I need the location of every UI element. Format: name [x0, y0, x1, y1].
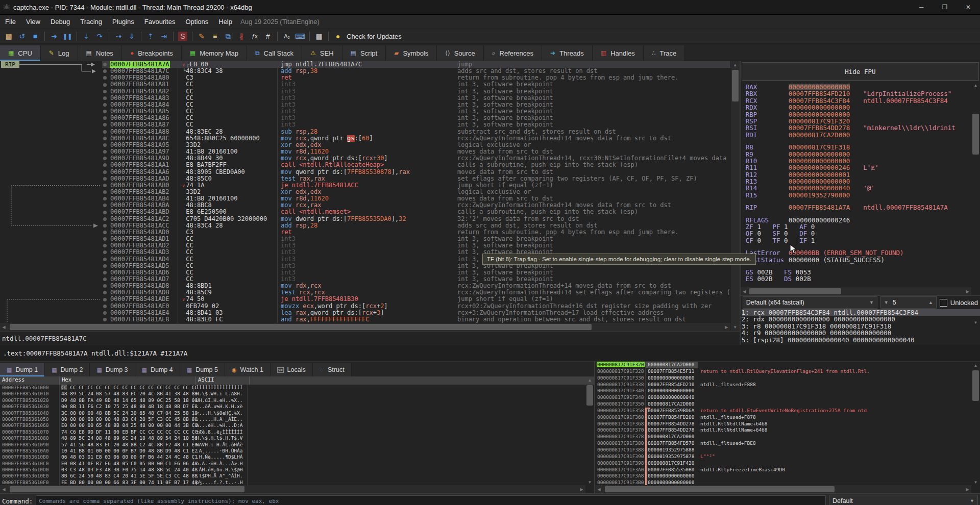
- patches-icon[interactable]: ✎: [195, 30, 208, 42]
- scroll-left-icon[interactable]: ◀: [0, 485, 8, 493]
- breakpoint-dot[interactable]: [103, 197, 107, 200]
- dump-row[interactable]: 00007FFB8536109057 41 56 4883 EC 20 488B…: [0, 442, 594, 448]
- stack-row[interactable]: 000000817C91F3480000000000000040: [595, 394, 980, 401]
- stack-row[interactable]: 000000817C91F3B00000000000000000: [595, 479, 980, 485]
- dump-row[interactable]: 00007FFB853610F0FE BD 80 0000 00 66 833F…: [0, 479, 594, 485]
- register-row-rbx[interactable]: RBX00007FFB854FD210"LdrpInitializeProces…: [746, 90, 980, 97]
- breakpoint-dot[interactable]: [103, 130, 107, 134]
- scroll-right-icon[interactable]: ▶: [964, 287, 971, 295]
- stack-row[interactable]: 000000817C91F37000007FFB854DD278ntdll.Rt…: [595, 427, 980, 434]
- step-out-icon[interactable]: ⇡: [144, 30, 157, 42]
- breakpoint-dot[interactable]: [103, 298, 107, 301]
- scroll-right-icon[interactable]: ▶: [723, 323, 730, 331]
- stack-icon[interactable]: ⧉: [222, 30, 234, 42]
- exec-till-return-icon[interactable]: ⇥: [158, 30, 170, 42]
- disasm-row[interactable]: 00007FFB85481AE4 48:8D41 03lea rax,qword…: [0, 310, 730, 316]
- tab-dump-5[interactable]: ▦Dump 5: [180, 363, 225, 376]
- stack-row[interactable]: 000000817C91F398000000817C91F420: [595, 460, 980, 467]
- stack-row[interactable]: 000000817C91F3400000000000000000: [595, 388, 980, 394]
- breakpoint-dot[interactable]: [103, 224, 107, 228]
- registers-hscrollbar[interactable]: ◀ ▶: [741, 287, 971, 295]
- disasm-row[interactable]: 00007FFB85481A81 CCint3int 3, software b…: [0, 81, 730, 88]
- registers-pane[interactable]: Hide FPU RAX0000000000000000RBX00007FFB8…: [741, 61, 980, 345]
- close-icon[interactable]: ■: [29, 30, 41, 42]
- registers-vscrollbar[interactable]: ▲ ▼: [971, 82, 980, 326]
- font-icon[interactable]: A₂: [281, 30, 293, 42]
- dump-row[interactable]: 00007FFB8536105000 00 00 0000 00 48 83C4…: [0, 416, 594, 422]
- disassembly-vscrollbar[interactable]: ▲ ▼: [731, 61, 740, 331]
- disasm-row[interactable]: 00007FFB85481AA1 E8 BA7BF2FFcall <ntdll.…: [0, 162, 730, 168]
- stack-row[interactable]: 000000817C91F320000000817CA2D000: [595, 362, 980, 368]
- argument-row[interactable]: 5: [rsp+28] 0000000000000040 00000000000…: [742, 337, 980, 343]
- disasm-address[interactable]: 00007FFB85481AD4: [102, 256, 178, 263]
- memory-icon[interactable]: ▦: [313, 30, 325, 42]
- breakpoint-dot[interactable]: [103, 170, 107, 174]
- menu-item-file[interactable]: File: [0, 15, 21, 29]
- disasm-row[interactable]: 00007FFB85481AE0 0FB749 02movzx ecx,word…: [0, 303, 730, 310]
- graph-icon[interactable]: ∦: [235, 30, 248, 42]
- menu-item-view[interactable]: View: [21, 15, 45, 29]
- disasm-row[interactable]: 00007FFB85481A7A∨┌EB 00jmp ntdll.7FFB854…: [0, 61, 730, 68]
- disasm-row[interactable]: 00007FFB85481AB0∨74 1Aje ntdll.7FFB85481…: [0, 182, 730, 189]
- disasm-address[interactable]: 00007FFB85481ADE: [102, 296, 178, 302]
- breakpoint-dot[interactable]: [103, 76, 107, 80]
- register-row-r12[interactable]: R120000000000000001: [746, 171, 980, 178]
- disasm-address[interactable]: 00007FFB85481AB0: [102, 182, 178, 189]
- checkbox-icon[interactable]: [940, 299, 947, 307]
- dump-row[interactable]: 00007FFB853610E08B 6C 24 5048 83 C4 2041…: [0, 473, 594, 479]
- disasm-address[interactable]: 00007FFB85481AC2: [102, 216, 178, 222]
- stack-row[interactable]: 000000817C91F350000000817CA2D000: [595, 401, 980, 408]
- breakpoint-dot[interactable]: [103, 211, 107, 214]
- disasm-address[interactable]: 00007FFB85481A87: [102, 121, 178, 128]
- stack-row[interactable]: 000000817C91F378000000817CA2D000: [595, 434, 980, 440]
- tab-source[interactable]: ⟨⟩Source: [437, 45, 484, 61]
- disasm-address[interactable]: 00007FFB85481AD3: [102, 249, 178, 256]
- update-bulb-icon[interactable]: ●: [332, 30, 344, 42]
- tab-struct[interactable]: ⁘Struct: [313, 363, 352, 376]
- breakpoint-dot[interactable]: [103, 163, 107, 167]
- register-row-rsp[interactable]: RSP000000817C91F320: [746, 118, 980, 124]
- breakpoint-dot[interactable]: [103, 311, 107, 315]
- argument-row[interactable]: 2: rdx 0000000000000000 0000000000000000: [742, 316, 980, 322]
- disasm-address[interactable]: 00007FFB85481A8C: [102, 135, 178, 142]
- step-into-source-icon[interactable]: ⇓: [126, 30, 138, 42]
- tab-dump-2[interactable]: ▦Dump 2: [45, 363, 90, 376]
- dump-row[interactable]: 00007FFB8536107074 C6 E8 9DDF 11 00 EBBF…: [0, 429, 594, 435]
- register-row-rdx[interactable]: RDX0000000000000000: [746, 104, 980, 111]
- breakpoint-dot[interactable]: [103, 258, 107, 261]
- stack-row[interactable]: 000000817C91F3A000007FFB855350B0ntdll.Rt…: [595, 467, 980, 473]
- register-row-r15[interactable]: R150000019352790000: [746, 192, 980, 198]
- maximize-button[interactable]: ❐: [933, 0, 957, 14]
- tab-notes[interactable]: ▤Notes: [78, 45, 122, 61]
- register-row-r8[interactable]: R8000000817C91F318: [746, 144, 980, 150]
- breakpoint-dot[interactable]: [103, 150, 107, 154]
- stack-row[interactable]: 000000817C91F38000007FFB854FD570ntdll._f…: [595, 440, 980, 447]
- step-into-icon[interactable]: ⇣: [80, 30, 92, 42]
- pause-icon[interactable]: ❚❚: [61, 30, 74, 42]
- disasm-address[interactable]: 00007FFB85481ABD: [102, 209, 178, 215]
- breakpoint-dot[interactable]: [103, 271, 107, 274]
- disasm-row[interactable]: 00007FFB85481AB2 33D2xor edx,edxlogical …: [0, 189, 730, 195]
- dump-row[interactable]: 00007FFB8536103000 8B 11 F6C2 10 75 2548…: [0, 403, 594, 410]
- breakpoint-dot[interactable]: [103, 250, 107, 254]
- functions-icon[interactable]: ƒx: [249, 30, 261, 42]
- breakpoint-dot[interactable]: [103, 264, 107, 268]
- comments-icon[interactable]: ≡: [209, 30, 221, 42]
- breakpoint-dot[interactable]: [103, 103, 107, 107]
- disasm-address[interactable]: 00007FFB85481AA6: [102, 169, 178, 175]
- scroll-down-icon[interactable]: ▼: [731, 323, 740, 331]
- run-to-user-icon[interactable]: ⇢: [112, 30, 125, 42]
- scroll-up-icon[interactable]: ▲: [971, 362, 980, 369]
- dump-row[interactable]: 00007FFB8536101048 89 5C 2408 57 48 83EC…: [0, 391, 594, 397]
- disasm-address[interactable]: 00007FFB85481A88: [102, 129, 178, 135]
- breakpoint-dot[interactable]: [103, 69, 107, 73]
- dump-row[interactable]: 00007FFB853610403C 00 00 0048 8B 5C 2430…: [0, 410, 594, 416]
- disasm-row[interactable]: 00007FFB85481A95 33D2xor edx,edxlogical …: [0, 142, 730, 148]
- breakpoint-dot[interactable]: [103, 157, 107, 160]
- breakpoint-dot[interactable]: [103, 284, 107, 288]
- open-file-icon[interactable]: ▤: [3, 30, 15, 42]
- breakpoint-dot[interactable]: [103, 184, 107, 187]
- step-over-icon[interactable]: ↷: [93, 30, 106, 42]
- disasm-row[interactable]: 00007FFB85481A83 CCint3int 3, software b…: [0, 95, 730, 102]
- flags-row[interactable]: ZF 1 PF 1 AF 0: [746, 223, 980, 230]
